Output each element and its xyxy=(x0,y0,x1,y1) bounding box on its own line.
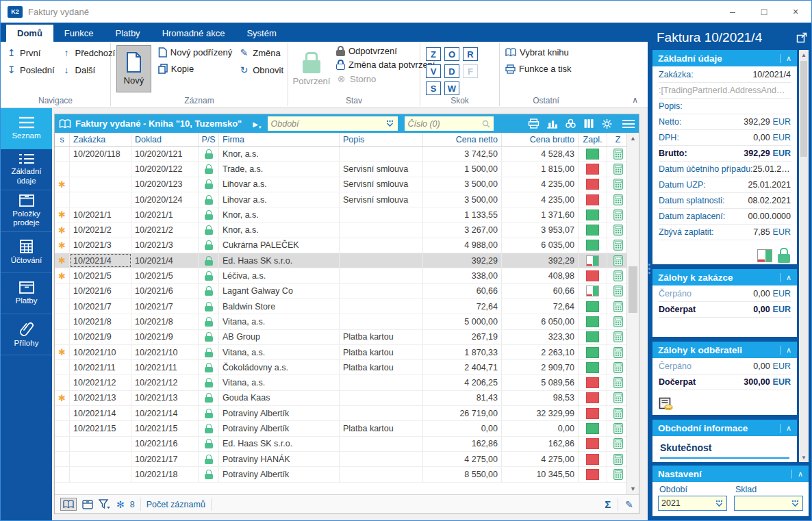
table-row[interactable]: ✱10/2021/110/2021/1Knor, a.s.1 133,551 3… xyxy=(55,207,626,223)
column-header-s[interactable]: s xyxy=(55,133,70,146)
previous-button[interactable]: ↑ Předchozí xyxy=(62,47,116,58)
splitter-grip[interactable] xyxy=(648,264,650,274)
scroll-up-icon[interactable]: ▲ xyxy=(627,133,639,144)
filter-icon[interactable] xyxy=(99,499,111,509)
table-row[interactable]: ✱10/2021/310/2021/3Cukrárna PALEČEK4 988… xyxy=(55,238,626,253)
collapse-icon[interactable]: ∧ xyxy=(780,424,791,433)
table-row[interactable]: ✱10/2021/210/2021/2Knor, a.s.3 267,003 9… xyxy=(55,223,626,238)
scrollbar-thumb[interactable] xyxy=(629,266,637,313)
cell-zapl- xyxy=(579,467,607,481)
jump-letter-v[interactable]: V xyxy=(426,64,441,78)
maximize-button[interactable]: □ xyxy=(748,1,780,23)
next-button[interactable]: ↓ Další xyxy=(62,64,116,75)
jump-letter-f[interactable]: F xyxy=(463,64,478,78)
table-row[interactable]: 10/2021/810/2021/8Vitana, a.s.5 000,006 … xyxy=(55,314,626,329)
print-icon[interactable] xyxy=(528,118,540,129)
table-row[interactable]: 10/2021/1210/2021/12Vitana, a.s.4 206,25… xyxy=(55,375,626,390)
table-row[interactable]: 10/2021/18Potraviny Albertík8 550,0010 3… xyxy=(55,467,626,482)
last-button[interactable]: ↧ Poslední xyxy=(6,64,55,75)
menu-icon[interactable] xyxy=(620,120,635,128)
vertical-scrollbar[interactable]: ▲ ▼ xyxy=(626,133,639,494)
edit-pencil-icon[interactable]: ✎ xyxy=(625,499,633,510)
warehouse-select[interactable] xyxy=(734,496,803,511)
edit-button[interactable]: ✎ Změna xyxy=(239,47,283,58)
collapse-icon[interactable]: ∧ xyxy=(780,54,791,63)
settings-gear-icon[interactable] xyxy=(601,118,613,129)
play-expand-icon[interactable]: ▶▾ xyxy=(253,120,260,128)
archive-view-toggle[interactable] xyxy=(82,500,93,509)
table-row[interactable]: 10/2021/1510/2021/15Potraviny AlbertíkPl… xyxy=(55,421,626,436)
number-filter-input[interactable]: Číslo (0) xyxy=(405,116,494,131)
table-row[interactable]: 10/2020/122Trade, a.s.Servisní smlouva1 … xyxy=(55,162,626,177)
table-row[interactable]: 10/2021/1110/2021/11Čokoládovny a.s.Plat… xyxy=(55,360,626,375)
jump-letter-s[interactable]: S xyxy=(426,81,441,95)
sidebar-item--tov-n-[interactable]: Účtování xyxy=(1,232,52,273)
detail-scrollbar[interactable]: ▲ ▼ xyxy=(799,50,809,462)
column-header-firma[interactable]: Firma xyxy=(219,133,340,146)
refresh-button[interactable]: ↻ Obnovit xyxy=(239,64,283,75)
column-header-popis[interactable]: Popis xyxy=(340,133,423,146)
column-header-zak-zka[interactable]: Zakázka xyxy=(70,133,131,146)
table-row[interactable]: 10/2020/11810/2020/121Knor, a.s.3 742,50… xyxy=(55,147,626,162)
new-child-button[interactable]: Nový podřízený xyxy=(158,47,232,58)
tab-platby[interactable]: Platby xyxy=(104,25,151,42)
new-button[interactable]: Nový xyxy=(116,45,151,92)
sidebar-item-p-lohy[interactable]: Přílohy xyxy=(1,314,52,355)
minimize-button[interactable]: – xyxy=(717,1,748,23)
column-header-zapl-[interactable]: Zapl. xyxy=(579,133,607,146)
table-row[interactable]: ✱10/2021/510/2021/5Léčiva, a.s.338,00408… xyxy=(55,268,626,283)
sidebar-item-seznam[interactable]: Seznam xyxy=(1,108,52,149)
jump-letter-r[interactable]: R xyxy=(463,47,478,61)
table-row[interactable]: 10/2021/610/2021/6Lagant Galway Co60,666… xyxy=(55,284,626,299)
jump-letter-o[interactable]: O xyxy=(444,47,459,61)
table-row[interactable]: 10/2020/124Lihovar a.s.Servisní smlouva3… xyxy=(55,192,626,207)
popout-icon[interactable] xyxy=(796,32,807,43)
tab-system[interactable]: Systém xyxy=(236,25,287,42)
jump-letter-w[interactable]: W xyxy=(444,81,459,95)
column-header-doklad[interactable]: Doklad xyxy=(131,133,199,146)
scrollbar-thumb[interactable] xyxy=(800,61,807,157)
table-row[interactable]: 10/2021/910/2021/9AB GroupPlatba kartou2… xyxy=(55,330,626,345)
table-row[interactable]: ✱10/2021/1310/2021/13Gouda Kaas81,4398,5… xyxy=(55,391,626,406)
first-button[interactable]: ↥ První xyxy=(6,47,55,58)
chart-icon[interactable] xyxy=(546,118,558,129)
table-row[interactable]: ✱10/2021/410/2021/4Ed. Haas SK s.r.o.392… xyxy=(55,253,626,268)
period-filter-input[interactable]: Období xyxy=(268,116,398,131)
ribbon-collapse-icon[interactable]: ∧ xyxy=(632,95,638,105)
tab-hromadne-akce[interactable]: Hromadné akce xyxy=(151,25,236,42)
scroll-up-icon[interactable]: ▲ xyxy=(799,50,809,60)
close-button[interactable]: × xyxy=(780,1,811,23)
tab-funkce[interactable]: Funkce xyxy=(53,25,105,42)
table-row[interactable]: 10/2021/16Ed. Haas SK s.r.o.162,86162,86 xyxy=(55,437,626,452)
advance-document-icon[interactable] xyxy=(659,397,674,411)
scroll-down-icon[interactable]: ▼ xyxy=(799,453,809,462)
confirm-button[interactable]: Potvrzení xyxy=(294,45,329,92)
table-row[interactable]: 10/2021/1410/2021/14Potraviny Albertík26… xyxy=(55,406,626,421)
jump-letter-z[interactable]: Z xyxy=(426,47,441,61)
column-header-cena-brutto[interactable]: Cena brutto xyxy=(502,133,579,146)
collapse-icon[interactable]: ∧ xyxy=(780,273,791,282)
tab-domu[interactable]: Domů xyxy=(6,25,53,42)
select-book-button[interactable]: Vybrat knihu xyxy=(505,47,572,58)
pivot-icon[interactable] xyxy=(565,118,576,129)
jump-letter-d[interactable]: D xyxy=(444,64,459,78)
column-header-cena-netto[interactable]: Cena netto xyxy=(423,133,502,146)
table-row[interactable]: 10/2021/17Potraviny HANÁK4 275,004 275,0… xyxy=(55,452,626,467)
column-header-p-s[interactable]: P/S xyxy=(199,133,219,146)
book-view-toggle[interactable] xyxy=(60,498,77,511)
sidebar-item-platby[interactable]: Platby xyxy=(1,273,52,314)
functions-print-button[interactable]: Funkce a tisk xyxy=(505,64,572,74)
flag-filter-icon[interactable]: ✻ xyxy=(116,499,125,510)
table-row[interactable]: ✱10/2021/1010/2021/10Vitana, a.s.Platba … xyxy=(55,345,626,360)
collapse-icon[interactable]: ∧ xyxy=(791,470,803,479)
copy-button[interactable]: Kopie xyxy=(158,64,232,74)
sidebar-item-polo-ky-prodeje[interactable]: Položky prodeje xyxy=(1,190,52,232)
period-select[interactable]: 2021 xyxy=(658,496,727,511)
scroll-down-icon[interactable]: ▼ xyxy=(627,483,639,494)
sum-icon[interactable]: Σ xyxy=(605,498,611,510)
sidebar-item-z-kladn-daje[interactable]: Základní údaje xyxy=(1,149,52,190)
columns-icon[interactable] xyxy=(583,118,594,129)
table-row[interactable]: 10/2021/710/2021/7Baldwin Store72,6472,6… xyxy=(55,299,626,314)
collapse-icon[interactable]: ∧ xyxy=(780,346,791,355)
table-row[interactable]: ✱10/2020/123Lihovar a.s.Servisní smlouva… xyxy=(55,177,626,192)
